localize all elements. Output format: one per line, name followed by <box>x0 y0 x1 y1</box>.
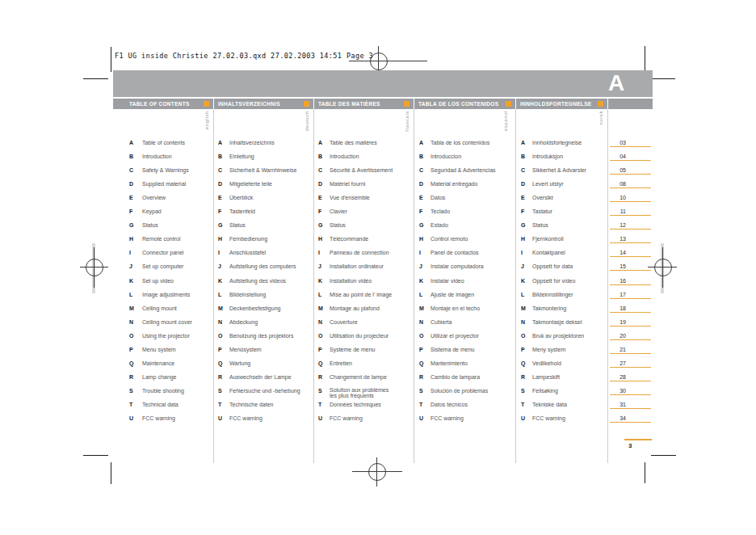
toc-entry-label: Technical data <box>142 401 178 408</box>
toc-entry-letter: S <box>129 387 133 394</box>
toc-row: DSupplied material <box>113 180 213 194</box>
page-number-underline <box>610 312 651 313</box>
toc-entry-letter: Q <box>419 360 423 367</box>
toc-entry-letter: C <box>218 166 222 174</box>
toc-entry-letter: H <box>419 235 423 242</box>
toc-entry-letter: N <box>129 318 133 326</box>
toc-entry-label: Using the projector <box>142 332 190 339</box>
toc-column-norsk: AInnholdsfortegnelseBIntroduksjonCSikker… <box>516 139 616 430</box>
page-number-value: 34 <box>607 415 626 422</box>
toc-row: BIntroduction <box>314 153 414 166</box>
toc-entry-letter: U <box>318 415 322 422</box>
page-number-underline <box>610 422 651 423</box>
toc-entry-label: Table of contents <box>142 139 185 146</box>
toc-entry-label: Introduction <box>142 153 172 160</box>
toc-entry-label: Instalar computadora <box>430 263 484 270</box>
toc-row: TDonnées techniques <box>314 401 414 415</box>
toc-column-espanol: ATabla de los contenidosBIntroduccionCSe… <box>414 139 514 430</box>
page-number-underline <box>610 367 651 368</box>
toc-row: NAbdeckung <box>214 318 314 332</box>
page-number-row: 17 <box>607 291 653 305</box>
toc-entry-label: Takmontering <box>532 305 566 312</box>
toc-entry-label: Connector panel <box>142 249 183 256</box>
toc-row: UFCC warning <box>113 415 213 428</box>
toc-row: NCubierta <box>414 318 514 332</box>
toc-entry-label: Panel de contactos <box>430 249 479 256</box>
page-number-value: 10 <box>607 194 626 201</box>
page-number-value: 17 <box>607 291 626 298</box>
registration-mark-bottom-circle <box>368 463 386 481</box>
toc-entry-letter: G <box>129 221 133 229</box>
toc-entry-letter: B <box>218 153 222 160</box>
header-title-espanol: TABLA DE LOS CONTENIDOS <box>414 99 515 109</box>
toc-entry-letter: H <box>521 235 525 242</box>
toc-entry-label: Ceiling mount <box>142 305 177 312</box>
page-number-row: 12 <box>607 221 653 235</box>
language-label-francais: francais <box>404 111 410 132</box>
toc-entry-letter: D <box>318 180 322 187</box>
toc-entry-letter: K <box>129 277 133 284</box>
language-label-norsk: norsk <box>598 111 604 125</box>
toc-row: LImage adjustments <box>113 291 213 305</box>
toc-row: PMenu system <box>113 346 213 360</box>
toc-entry-letter: U <box>419 415 423 422</box>
toc-entry-label: Meny system <box>532 346 565 353</box>
toc-entry-label: Sicherheit & Warnhinweise <box>229 166 296 174</box>
toc-entry-letter: O <box>419 332 423 339</box>
toc-entry-letter: A <box>129 139 133 146</box>
toc-entry-label: Levert utstyr <box>532 180 564 187</box>
crop-mark-bottom-left-vertical <box>111 462 111 484</box>
toc-row: ATable of contents <box>113 139 213 153</box>
toc-entry-letter: K <box>419 277 423 284</box>
toc-row: PSistema de menu <box>414 346 514 360</box>
toc-row: IPanel de contactos <box>414 249 514 263</box>
toc-entry-letter: P <box>419 346 423 353</box>
toc-entry-letter: C <box>318 166 322 174</box>
registration-mark-right-circle <box>654 259 672 276</box>
page-number-row: 04 <box>607 153 653 166</box>
toc-entry-label: Technische daten <box>229 401 273 408</box>
toc-row: MMontage au plafond <box>314 305 414 318</box>
toc-row: KInstalar video <box>414 277 514 291</box>
toc-row: CSeguridad & Advertencias <box>414 166 514 180</box>
toc-entry-letter: J <box>218 263 221 270</box>
page-number-underline <box>610 408 651 409</box>
page-number-underline <box>610 256 651 257</box>
page-number-column: 0304050810111213141516171819202127283031… <box>607 139 653 430</box>
toc-entry-letter: T <box>419 401 422 408</box>
page-number-underline <box>610 174 651 175</box>
toc-row: GStatus <box>214 221 314 235</box>
toc-entry-letter: F <box>318 208 321 215</box>
toc-entry-letter: B <box>419 153 423 160</box>
toc-entry-label: Anschlusstafel <box>229 249 266 256</box>
toc-row: UFCC warning <box>214 415 314 428</box>
toc-row: HRemote control <box>113 235 213 249</box>
toc-entry-label: Tastenfeld <box>229 208 255 215</box>
toc-entry-letter: R <box>318 373 322 381</box>
header-title-francais: TABLE DES MATIÈRES <box>314 99 414 109</box>
toc-entry-label: Installation ordinateur <box>330 263 384 270</box>
toc-entry-label: Matériel fourni <box>330 180 365 187</box>
toc-row: UFCC warning <box>314 415 414 428</box>
toc-row: TDatos técnicos <box>414 401 514 415</box>
toc-row: LAjuste de imagen <box>414 291 514 305</box>
toc-entry-letter: E <box>318 194 322 201</box>
toc-entry-label: Système de menu <box>330 346 375 353</box>
header-band <box>113 70 653 97</box>
toc-entry-letter: T <box>521 401 524 408</box>
toc-entry-label: Remote control <box>142 235 180 242</box>
toc-row: OUtilisation du projecteur <box>314 332 414 346</box>
toc-entry-label: Tekniske data <box>532 401 567 408</box>
toc-entry-letter: I <box>521 249 523 256</box>
toc-entry-label: Einleitung <box>229 153 254 160</box>
toc-entry-letter: H <box>129 235 133 242</box>
toc-entry-label: Solution aux problèmes les plus fréquent… <box>330 387 406 399</box>
toc-row: EVue d'ensemble <box>314 194 414 208</box>
page-number-row: 03 <box>607 139 653 153</box>
toc-entry-letter: C <box>521 166 525 174</box>
language-label-deutsch: deutsch <box>304 111 310 131</box>
toc-entry-letter: I <box>129 249 131 256</box>
toc-entry-label: Datos <box>430 194 445 201</box>
toc-row: DMaterial entregado <box>414 180 514 194</box>
toc-row: OBenutzung des projektors <box>214 332 314 346</box>
